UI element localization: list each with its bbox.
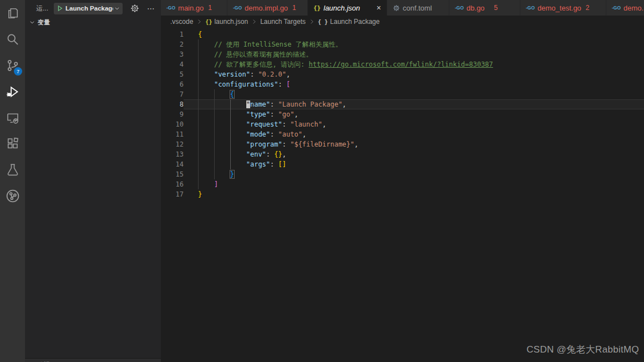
line-number: 12 (161, 139, 184, 149)
circle-branch-icon (6, 189, 20, 203)
line-number: 16 (161, 179, 184, 189)
tab-demo-[interactable]: -GOdemo. (606, 0, 644, 16)
activity-testing[interactable] (0, 157, 25, 183)
code-line-6[interactable]: 6 "configurations": [ (161, 79, 644, 89)
debug-settings-gear[interactable] (130, 4, 139, 13)
code-token (198, 160, 246, 168)
tab-db-go[interactable]: -GOdb.go5 (449, 0, 520, 16)
chevron-down-icon (114, 6, 120, 11)
code-line-16[interactable]: 16 ] (161, 179, 644, 189)
code-token: : (282, 120, 290, 128)
watermark: CSDN @兔老大RabbitMQ (526, 343, 639, 356)
breadcrumb-item[interactable]: Launch Package (330, 18, 379, 26)
code-token: { (230, 90, 234, 98)
code-line-7[interactable]: 7 { (161, 89, 644, 99)
tab-conf-toml[interactable]: conf.toml (387, 0, 449, 16)
tab-label: conf.toml (403, 4, 432, 12)
code-token (198, 81, 214, 88)
code-token: // 悬停以查看现有属性的描述。 (214, 51, 313, 58)
search-icon (6, 33, 19, 46)
activity-source-control[interactable]: 7 (0, 52, 25, 78)
code-token: ] (214, 180, 218, 188)
tab-demo-impl-go[interactable]: -GOdemo.impl.go1 (227, 0, 308, 16)
activity-explorer[interactable] (0, 0, 25, 26)
line-content: { (184, 29, 644, 39)
start-debug-icon[interactable] (57, 5, 63, 12)
line-content: "program": "${fileDirname}", (184, 139, 644, 149)
code-line-14[interactable]: 14 "args": [] (161, 159, 644, 169)
code-line-2[interactable]: 2 // 使用 IntelliSense 了解相关属性。 (161, 39, 644, 49)
code-token: "auto" (278, 130, 302, 138)
activity-remote-explorer[interactable] (0, 104, 25, 130)
tab-demo-test-go[interactable]: -GOdemo_test.go2 (520, 0, 606, 16)
editor-group: -GOmain.go1-GOdemo.impl.go1{}launch.json… (161, 0, 644, 362)
code-token: " (246, 100, 250, 108)
code-line-10[interactable]: 10 "request": "launch", (161, 119, 644, 129)
code-token: [ (286, 81, 290, 88)
debug-toolbar: 运... Launch Package ⋯ (25, 0, 161, 17)
code-token: , (294, 110, 298, 118)
code-token (198, 71, 214, 78)
activity-run-debug[interactable] (0, 78, 25, 104)
breadcrumb-separator (251, 18, 257, 25)
code-line-15[interactable]: 15 } (161, 169, 644, 179)
line-content: // 悬停以查看现有属性的描述。 (184, 49, 644, 59)
tab-launch-json[interactable]: {}launch.json× (308, 0, 387, 16)
line-content: "version": "0.2.0", (184, 69, 644, 79)
go-file-icon: -GO (612, 5, 621, 11)
code-token (198, 120, 246, 128)
code-lines: 1{2 // 使用 IntelliSense 了解相关属性。3 // 悬停以查看… (161, 29, 644, 199)
code-line-13[interactable]: 13 "env": {}, (161, 149, 644, 159)
tab-close-icon[interactable]: × (377, 4, 381, 12)
launch-config-label: Launch Package (65, 5, 113, 12)
json-file-icon: {} (205, 19, 212, 25)
code-line-5[interactable]: 5 "version": "0.2.0", (161, 69, 644, 79)
breadcrumb-item[interactable]: launch.json (214, 18, 248, 26)
tab-main-go[interactable]: -GOmain.go1 (161, 0, 227, 16)
code-token: "launch" (290, 120, 322, 128)
activity-extensions[interactable] (0, 130, 25, 157)
breadcrumb[interactable]: .vscode{}launch.jsonLaunch Targets{ }Lau… (161, 16, 644, 28)
line-content: ] (184, 179, 644, 189)
code-token: { (198, 31, 202, 38)
code-line-11[interactable]: 11 "mode": "auto", (161, 129, 644, 139)
tab-problem-count: 1 (208, 4, 212, 12)
line-number: 11 (161, 129, 184, 139)
code-line-12[interactable]: 12 "program": "${fileDirname}", (161, 139, 644, 149)
code-line-1[interactable]: 1{ (161, 29, 644, 39)
code-token: // 欲了解更多信息, 请访问: (214, 61, 309, 68)
activity-search[interactable] (0, 26, 25, 52)
code-editor[interactable]: 1{2 // 使用 IntelliSense 了解相关属性。3 // 悬停以查看… (161, 28, 644, 362)
code-token: : (270, 100, 278, 108)
code-token: : (282, 140, 290, 148)
code-line-9[interactable]: 9 "type": "go", (161, 109, 644, 119)
code-token: "args" (246, 160, 270, 168)
code-line-4[interactable]: 4 // 欲了解更多信息, 请访问: https://go.microsoft.… (161, 59, 644, 69)
gear-icon (130, 4, 139, 13)
line-number: 6 (161, 79, 184, 89)
code-token: : (278, 81, 286, 88)
breadcrumb-item[interactable]: Launch Targets (260, 18, 306, 26)
more-actions-button[interactable]: ⋯ (147, 4, 155, 13)
code-token (198, 41, 214, 48)
launch-config-dropdown[interactable]: Launch Package (54, 3, 123, 14)
breadcrumb-item[interactable]: .vscode (170, 18, 193, 26)
watch-section-header[interactable]: 监视 (25, 358, 161, 362)
variables-section-header[interactable]: 变量 (25, 17, 161, 28)
code-line-8[interactable]: 8 "name": "Launch Package", (161, 99, 644, 109)
code-token: } (198, 190, 202, 198)
code-token (198, 130, 246, 138)
code-token: https://go.microsoft.com/fwlink/?linkid=… (308, 61, 493, 68)
line-content: } (184, 169, 644, 179)
code-token: "program" (246, 140, 282, 148)
activity-extra-extension[interactable] (0, 183, 25, 209)
line-content: "name": "Launch Package", (184, 99, 644, 109)
tab-label: db.go (466, 4, 485, 12)
line-number: 10 (161, 119, 184, 129)
code-line-17[interactable]: 17} (161, 189, 644, 199)
line-number: 5 (161, 69, 184, 79)
tab-problem-count: 2 (586, 4, 590, 12)
code-token (198, 150, 246, 158)
code-token: : (270, 110, 278, 118)
code-line-3[interactable]: 3 // 悬停以查看现有属性的描述。 (161, 49, 644, 59)
